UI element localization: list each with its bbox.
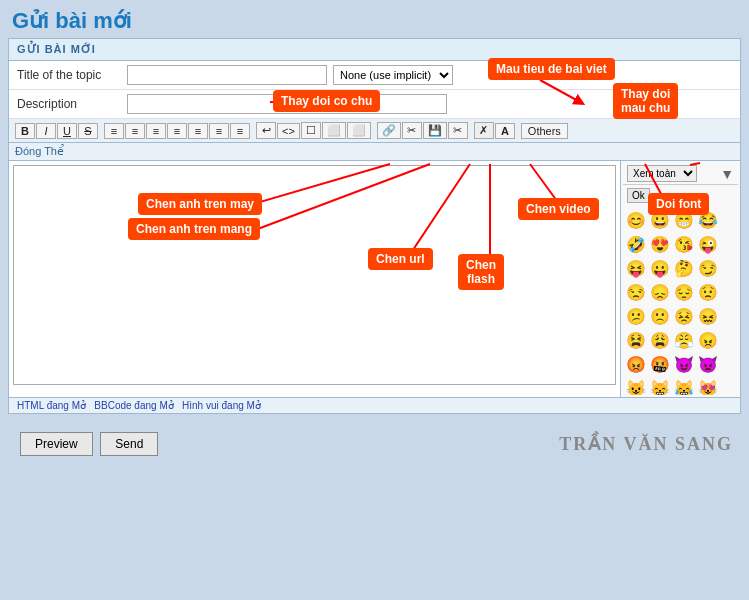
smiley-item[interactable]: 😁 [673, 209, 695, 231]
signature: TRẦN VĂN SANG [559, 433, 733, 455]
save-button[interactable]: 💾 [423, 122, 447, 139]
smiley-item[interactable]: 😠 [697, 329, 719, 351]
smiley-panel: Xem toàn bộ ▼ Ok 😊😀😁😂🤣😍😘😜😝😛🤔😏😒😞😔😟😕🙁😣😖😫😩😤… [620, 161, 740, 397]
link-button[interactable]: 🔗 [377, 122, 401, 139]
smiley-item[interactable]: 😏 [697, 257, 719, 279]
smiley-item[interactable]: 😣 [673, 305, 695, 327]
bold-button[interactable]: B [15, 123, 35, 139]
strikethrough-button[interactable]: S [78, 123, 98, 139]
smiley-grid: 😊😀😁😂🤣😍😘😜😝😛🤔😏😒😞😔😟😕🙁😣😖😫😩😤😠😡🤬😈👿😺😸😹😻😼😽🙀😿😾🤗🤩🥳… [623, 205, 738, 395]
smiley-item[interactable]: 🤔 [673, 257, 695, 279]
smiley-item[interactable]: 🤣 [625, 233, 647, 255]
outdent-button[interactable]: ≡ [209, 123, 229, 139]
smiley-item[interactable]: 😂 [697, 209, 719, 231]
align-left-button[interactable]: ≡ [104, 123, 124, 139]
italic-button[interactable]: I [36, 123, 56, 139]
box3-button[interactable]: ⬜ [347, 122, 371, 139]
smiley-item[interactable]: 😟 [697, 281, 719, 303]
smiley-item[interactable]: 😈 [673, 353, 695, 375]
smiley-item[interactable]: 😤 [673, 329, 695, 351]
smiley-item[interactable]: 😖 [697, 305, 719, 327]
smiley-item[interactable]: 😊 [625, 209, 647, 231]
smiley-filter[interactable]: Xem toàn bộ [627, 165, 697, 182]
description-row: Description [9, 90, 740, 119]
hinh-status[interactable]: Hình vui đang Mở [182, 400, 261, 411]
smiley-item[interactable]: 😕 [625, 305, 647, 327]
cut-button[interactable]: ✂ [402, 122, 422, 139]
editor-textarea[interactable] [13, 165, 616, 385]
smiley-item[interactable]: 👿 [697, 353, 719, 375]
textarea-wrap [9, 161, 620, 397]
smiley-panel-header: Xem toàn bộ ▼ [623, 163, 738, 185]
html-status[interactable]: HTML đang Mở [17, 400, 86, 411]
smiley-item[interactable]: 🤬 [649, 353, 671, 375]
underline-button[interactable]: U [57, 123, 77, 139]
smiley-item[interactable]: 😻 [697, 377, 719, 395]
undo-button[interactable]: ↩ [256, 122, 276, 139]
smiley-item[interactable]: 😝 [625, 257, 647, 279]
smiley-ok-button[interactable]: Ok [627, 188, 650, 203]
smiley-item[interactable]: 😹 [673, 377, 695, 395]
align-center-button[interactable]: ≡ [125, 123, 145, 139]
smiley-item[interactable]: 😀 [649, 209, 671, 231]
description-label: Description [17, 97, 127, 111]
smileys-row: Đóng Thể [9, 143, 740, 161]
smiley-item[interactable]: 😍 [649, 233, 671, 255]
smiley-item[interactable]: 😫 [625, 329, 647, 351]
toolbar: B I U S ≡ ≡ ≡ ≡ ≡ ≡ ≡ ↩ <> ☐ ⬜ ⬜ 🔗 ✂ 💾 ✂… [9, 119, 740, 143]
main-panel: GỬI BÀI MỚI Title of the topic None (use… [8, 38, 741, 414]
smiley-item[interactable]: 😔 [673, 281, 695, 303]
box2-button[interactable]: ⬜ [322, 122, 346, 139]
page-wrapper: Gửi bài mới GỬI BÀI MỚI Title of the top… [0, 0, 749, 600]
cut2-button[interactable]: ✂ [448, 122, 468, 139]
smiley-item[interactable]: 🙁 [649, 305, 671, 327]
status-bar: HTML đang Mở BBCode đang Mở Hình vui đan… [9, 397, 740, 413]
smiley-item[interactable]: 😛 [649, 257, 671, 279]
title-input[interactable] [127, 65, 327, 85]
dong-the-link[interactable]: Đóng Thể [15, 145, 64, 158]
panel-header: GỬI BÀI MỚI [9, 39, 740, 61]
font-button[interactable]: A [495, 123, 515, 139]
bbcode-status[interactable]: BBCode đang Mở [94, 400, 173, 411]
smiley-item[interactable]: 😘 [673, 233, 695, 255]
outdent2-button[interactable]: ≡ [230, 123, 250, 139]
smiley-item[interactable]: 😞 [649, 281, 671, 303]
page-title: Gửi bài mới [0, 0, 749, 38]
title-label: Title of the topic [17, 68, 127, 82]
send-button[interactable]: Send [100, 432, 158, 456]
box-button[interactable]: ☐ [301, 122, 321, 139]
smiley-item[interactable]: 😺 [625, 377, 647, 395]
title-row: Title of the topic None (use implicit) A… [9, 61, 740, 90]
align-justify-button[interactable]: ≡ [167, 123, 187, 139]
smiley-item[interactable]: 😸 [649, 377, 671, 395]
preview-button[interactable]: Preview [20, 432, 93, 456]
description-input[interactable] [127, 94, 447, 114]
smiley-item[interactable]: 😡 [625, 353, 647, 375]
align-right-button[interactable]: ≡ [146, 123, 166, 139]
bottom-buttons: Preview Send [16, 432, 158, 456]
smiley-item[interactable]: 😜 [697, 233, 719, 255]
indent-button[interactable]: ≡ [188, 123, 208, 139]
font-select[interactable]: None (use implicit) Arial Times New Roma… [333, 65, 453, 85]
smiley-item[interactable]: 😒 [625, 281, 647, 303]
smiley-item[interactable]: 😩 [649, 329, 671, 351]
editor-area: Xem toàn bộ ▼ Ok 😊😀😁😂🤣😍😘😜😝😛🤔😏😒😞😔😟😕🙁😣😖😫😩😤… [9, 161, 740, 397]
color-button[interactable]: ✗ [474, 122, 494, 139]
smiley-scroll-down[interactable]: ▼ [720, 166, 734, 182]
others-button[interactable]: Others [521, 123, 568, 139]
code-button[interactable]: <> [277, 123, 300, 139]
bottom-bar: Preview Send TRẦN VĂN SANG [0, 422, 749, 462]
